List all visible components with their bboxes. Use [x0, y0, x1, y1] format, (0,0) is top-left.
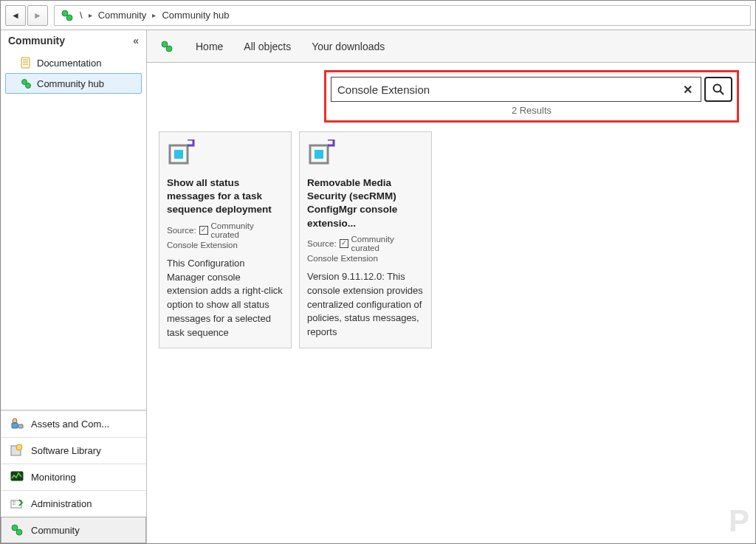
workspace-label: Administration — [31, 498, 92, 509]
navigation-bar: \ Community Community hub — [1, 1, 755, 30]
svg-point-17 — [16, 529, 22, 535]
card-category: Console Extension — [167, 241, 284, 249]
svg-line-21 — [721, 92, 724, 95]
svg-rect-9 — [12, 423, 18, 428]
search-input[interactable] — [336, 80, 678, 99]
tree-item-label: Documentation — [37, 58, 101, 69]
curated-check-icon: ✓ — [199, 226, 208, 235]
tree-item-label: Community hub — [37, 78, 104, 89]
svg-point-20 — [714, 85, 721, 92]
extension-icon — [167, 140, 196, 169]
hub-icon — [159, 38, 175, 55]
breadcrumb-item-hub[interactable]: Community hub — [157, 6, 233, 25]
monitoring-icon — [9, 469, 25, 485]
software-icon — [9, 442, 25, 458]
workspace-label: Monitoring — [31, 472, 76, 483]
result-card[interactable]: Removable Media Security (secRMM) Config… — [299, 131, 432, 348]
hub-icon — [19, 77, 32, 90]
card-source: Source: ✓ Community curated — [307, 235, 424, 252]
breadcrumb-root[interactable]: \ — [75, 6, 87, 25]
assets-icon — [9, 416, 25, 432]
chevron-icon — [87, 11, 94, 19]
tree-item-community-hub[interactable]: Community hub — [5, 73, 142, 94]
sidebar-title: Community — [8, 35, 65, 47]
curated-check-icon: ✓ — [340, 239, 348, 248]
card-title: Show all status messages for a task sequ… — [167, 176, 284, 217]
svg-rect-13 — [18, 446, 21, 449]
navigation-tree: Documentation Community hub — [1, 51, 146, 410]
sidebar-header: Community — [1, 30, 146, 51]
workspace-assets[interactable]: Assets and Com... — [1, 410, 146, 437]
svg-point-1 — [66, 15, 72, 21]
chevron-icon — [151, 11, 157, 19]
workspace-software-library[interactable]: Software Library — [1, 437, 146, 464]
svg-point-19 — [166, 46, 172, 52]
card-title: Removable Media Security (secRMM) Config… — [307, 176, 424, 230]
svg-rect-10 — [18, 424, 23, 428]
forward-icon — [33, 10, 42, 21]
svg-rect-2 — [21, 58, 30, 68]
svg-rect-25 — [315, 150, 323, 159]
workspace-monitoring[interactable]: Monitoring — [1, 464, 146, 490]
back-button[interactable] — [5, 5, 26, 26]
close-icon: ✕ — [683, 83, 693, 97]
tab-all-objects[interactable]: All objects — [233, 36, 301, 57]
workspace-label: Community — [31, 525, 80, 536]
svg-point-16 — [12, 525, 18, 531]
sidebar: Community Documentation — [1, 30, 147, 543]
svg-rect-23 — [174, 150, 183, 159]
breadcrumb[interactable]: \ Community Community hub — [54, 5, 751, 26]
workspace-switcher: Assets and Com... Software Library — [1, 410, 146, 543]
workspace-label: Assets and Com... — [31, 419, 109, 430]
search-area: ✕ 2 Results — [324, 70, 739, 123]
tree-item-documentation[interactable]: Documentation — [5, 52, 142, 73]
card-source: Source: ✓ Community curated — [167, 221, 284, 239]
forward-button[interactable] — [27, 5, 48, 26]
search-icon — [712, 83, 725, 96]
extension-icon — [307, 140, 337, 169]
content-body: ✕ 2 Results — [147, 63, 755, 356]
workspace-community[interactable]: Community — [1, 517, 146, 543]
svg-point-7 — [26, 83, 31, 89]
results-count: 2 Results — [331, 102, 732, 116]
clear-search-button[interactable]: ✕ — [678, 80, 696, 98]
search-box: ✕ — [331, 77, 701, 102]
watermark: P — [729, 503, 748, 539]
workspace-label: Software Library — [31, 445, 101, 456]
collapse-icon[interactable] — [133, 35, 139, 47]
card-description: Version 9.11.12.0: This console extensio… — [307, 270, 424, 340]
svg-point-8 — [13, 419, 17, 423]
content-pane: Home All objects Your downloads ✕ — [147, 30, 755, 543]
tab-home[interactable]: Home — [185, 36, 233, 57]
document-icon — [19, 56, 32, 69]
card-description: This Configuration Manager console exten… — [167, 257, 284, 340]
back-icon — [11, 10, 20, 21]
admin-icon — [9, 495, 25, 512]
breadcrumb-item-community[interactable]: Community — [94, 6, 151, 25]
community-icon — [59, 7, 75, 24]
content-tabs: Home All objects Your downloads — [147, 30, 755, 63]
results-list: Show all status messages for a task sequ… — [159, 131, 743, 348]
tab-your-downloads[interactable]: Your downloads — [301, 36, 395, 57]
svg-point-18 — [162, 41, 168, 47]
workspace-administration[interactable]: Administration — [1, 490, 146, 517]
community-icon — [9, 522, 25, 538]
svg-point-0 — [62, 10, 68, 16]
search-button[interactable] — [704, 77, 732, 102]
result-card[interactable]: Show all status messages for a task sequ… — [159, 131, 292, 348]
card-category: Console Extension — [307, 254, 424, 263]
